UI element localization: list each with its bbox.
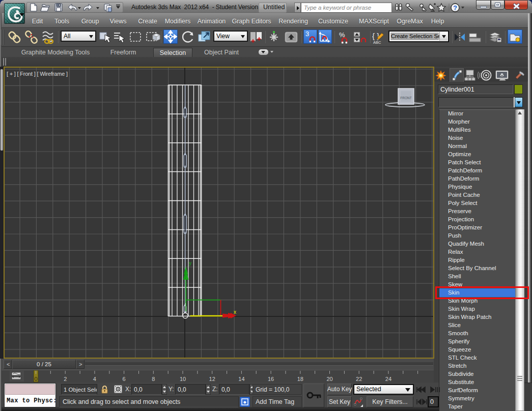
- svg-text:FRONT: FRONT: [400, 96, 411, 100]
- svg-text:?: ?: [453, 5, 457, 12]
- svg-text:14: 14: [238, 376, 244, 382]
- svg-text:y: y: [189, 260, 191, 266]
- svg-text:ABC: ABC: [373, 40, 381, 45]
- svg-text:x: x: [234, 309, 236, 315]
- svg-text:0: 0: [34, 376, 37, 382]
- svg-text:16: 16: [268, 376, 274, 382]
- svg-text:20: 20: [326, 376, 332, 382]
- svg-text:18: 18: [297, 376, 303, 382]
- svg-text:12: 12: [209, 376, 215, 382]
- svg-text:22: 22: [356, 376, 362, 382]
- svg-text:2: 2: [64, 376, 67, 382]
- svg-text:8: 8: [152, 376, 155, 382]
- svg-text:4: 4: [93, 376, 96, 382]
- svg-text:6: 6: [123, 376, 126, 382]
- svg-text:24: 24: [385, 376, 391, 382]
- svg-text:10: 10: [180, 376, 186, 382]
